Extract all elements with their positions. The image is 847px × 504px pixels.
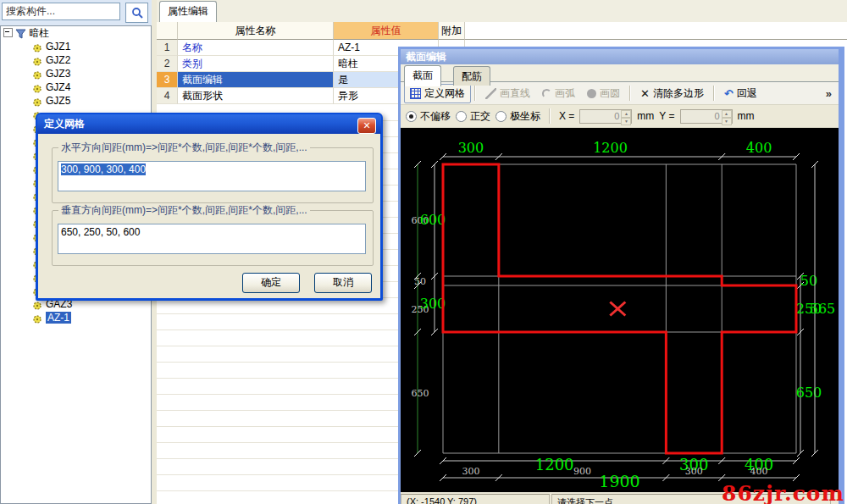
y-coord-spinner[interactable]: 0▲▼ (680, 109, 733, 124)
header-filler (465, 22, 847, 40)
component-icon (32, 70, 42, 80)
dim-label-left-grid: 650 (412, 388, 429, 399)
close-icon[interactable]: ✕ (357, 118, 376, 134)
define-grid-dialog: 定义网格 ✕ 水平方向间距(mm)=>间距*个数,间距,间距*个数,间距,...… (36, 113, 383, 301)
section-editor-toolbar: 定义网格画直线画弧画圆✕清除多边形↶回退» (401, 82, 839, 105)
prop-name-cell[interactable]: 截面编辑 (178, 72, 334, 88)
watermark: 86zjr.com (722, 481, 844, 504)
tree-item-label: GJZ2 (46, 54, 70, 66)
toolbar-separator (474, 86, 476, 101)
tree-item-label: GJZ4 (46, 81, 70, 93)
dim-label-top-shape: 400 (746, 140, 772, 156)
component-icon (32, 57, 42, 67)
dim-label-bottom-grid: 900 (573, 466, 591, 477)
status-cursor-coords: (X: -1540 Y: 797) (401, 494, 550, 504)
tab-rebar[interactable]: 配筋 (453, 66, 490, 86)
toolbar-button-label: 画直线 (500, 86, 530, 101)
toolbar-separator (629, 86, 631, 101)
header-prop-name: 属性名称 (178, 22, 334, 40)
radio-icon (456, 111, 467, 122)
filter-icon (15, 29, 26, 39)
dialog-titlebar[interactable]: 定义网格 (37, 114, 381, 134)
draw-circle-icon (587, 89, 596, 98)
radio-极坐标[interactable]: 极坐标 (495, 109, 540, 124)
row-number: 3 (157, 72, 178, 88)
tree-item-az-1[interactable]: AZ-1 (1, 311, 151, 324)
tree-item-gjz1[interactable]: GJZ1 (1, 40, 151, 53)
tab-section[interactable]: 截面 (404, 65, 441, 86)
toolbar-button-label: 定义网格 (424, 86, 465, 101)
radio-不偏移[interactable]: 不偏移 (406, 109, 451, 124)
tree-item-gjz5[interactable]: GJZ5 (1, 94, 151, 108)
toolbar-button-draw-line: 画直线 (479, 84, 536, 103)
header-prop-value: 属性值 (334, 22, 439, 40)
section-canvas[interactable]: 3001200400120030040030090030040019006005… (401, 128, 839, 492)
toolbar-button-clear-polygon[interactable]: ✕清除多边形 (634, 84, 710, 103)
clear-polygon-icon: ✕ (640, 87, 650, 100)
search-input[interactable] (2, 3, 120, 20)
radio-label: 极坐标 (510, 109, 540, 124)
grid-icon (410, 88, 421, 99)
y-coord-unit: mm (738, 110, 755, 122)
options-separator (549, 108, 551, 124)
component-icon (32, 314, 42, 324)
spinner-arrows[interactable]: ▲▼ (722, 110, 732, 123)
row-number: 4 (157, 88, 178, 104)
dim-label-right-outer: 565 (810, 301, 836, 317)
offset-options-bar: 不偏移正交极坐标X =0▲▼mmY =0▲▼mm (401, 105, 839, 128)
tree-expand-icon[interactable] (3, 28, 13, 37)
cancel-button[interactable]: 取消 (314, 273, 372, 293)
tree-item-gjz4[interactable]: GJZ4 (1, 80, 151, 94)
tree-item-label: GJZ5 (46, 95, 70, 107)
dim-label-bottom-grid: 300 (462, 466, 479, 477)
horizontal-spacing-input[interactable]: 300, 900, 300, 400 (58, 161, 366, 191)
tree-root-label: 暗柱 (29, 27, 49, 39)
tree-item-gjz2[interactable]: GJZ2 (1, 53, 151, 67)
radio-icon (495, 111, 507, 122)
section-editor-titlebar[interactable]: 截面编辑 (401, 49, 839, 64)
row-number: 2 (157, 56, 178, 72)
tab-property-edit[interactable]: 属性编辑 (159, 1, 217, 22)
spinner-arrows[interactable]: ▲▼ (621, 110, 631, 123)
tree-root-anzhu[interactable]: 暗柱 (1, 26, 151, 40)
toolbar-separator (713, 86, 715, 101)
section-editor-tabstrip: 截面 配筋 (401, 64, 839, 82)
header-rownum (157, 22, 178, 40)
radio-label: 正交 (470, 109, 490, 124)
row-number: 1 (157, 40, 178, 56)
dim-label-right-shape: 650 (796, 385, 822, 401)
toolbar-button-draw-circle: 画圆 (581, 84, 626, 103)
x-coord-label: X = (559, 110, 574, 122)
x-coord-value: 0 (614, 111, 619, 121)
toolbar-button-draw-arc: 画弧 (536, 84, 581, 103)
dim-label-top-shape: 1200 (593, 140, 628, 156)
horizontal-spacing-label: 水平方向间距(mm)=>间距*个数,间距,间距*个数,间距,... (58, 141, 310, 155)
horizontal-spacing-value: 300, 900, 300, 400 (61, 163, 146, 175)
component-icon (32, 84, 42, 94)
draw-line-icon (485, 88, 496, 99)
section-drawing: 3001200400120030040030090030040019006005… (401, 128, 837, 492)
prop-name-cell[interactable]: 类别 (178, 56, 334, 72)
vertical-spacing-input[interactable]: 650, 250, 50, 600 (58, 224, 366, 254)
ok-button[interactable]: 确定 (242, 273, 300, 293)
dim-label-bottom-shape: 1200 (535, 456, 574, 474)
radio-正交[interactable]: 正交 (456, 109, 490, 124)
section-editor-window: 截面编辑 截面 配筋 定义网格画直线画弧画圆✕清除多边形↶回退» 不偏移正交极坐… (398, 47, 844, 504)
x-coord-spinner[interactable]: 0▲▼ (579, 109, 632, 124)
application-window: 暗柱GJZ1GJZ2GJZ3GJZ4GJZ5GAZ3AZ-1 属性编辑 属性名称… (0, 0, 847, 504)
undo-icon: ↶ (724, 87, 734, 100)
prop-name-cell[interactable]: 名称 (178, 40, 334, 56)
prop-name-cell[interactable]: 截面形状 (178, 88, 334, 104)
radio-icon (406, 111, 417, 122)
dim-label-top-shape: 300 (458, 140, 484, 156)
x-coord-unit: mm (637, 110, 654, 122)
search-button[interactable] (125, 3, 148, 23)
component-icon (32, 43, 42, 53)
radio-label: 不偏移 (420, 109, 451, 124)
tree-item-label: AZ-1 (46, 312, 71, 324)
dim-label-bottom-total: 1900 (599, 472, 639, 490)
toolbar-button-label: 画弧 (555, 86, 575, 101)
toolbar-overflow-chevron[interactable]: » (822, 87, 835, 100)
tree-item-gjz3[interactable]: GJZ3 (1, 67, 151, 80)
toolbar-button-undo[interactable]: ↶回退 (718, 84, 763, 103)
